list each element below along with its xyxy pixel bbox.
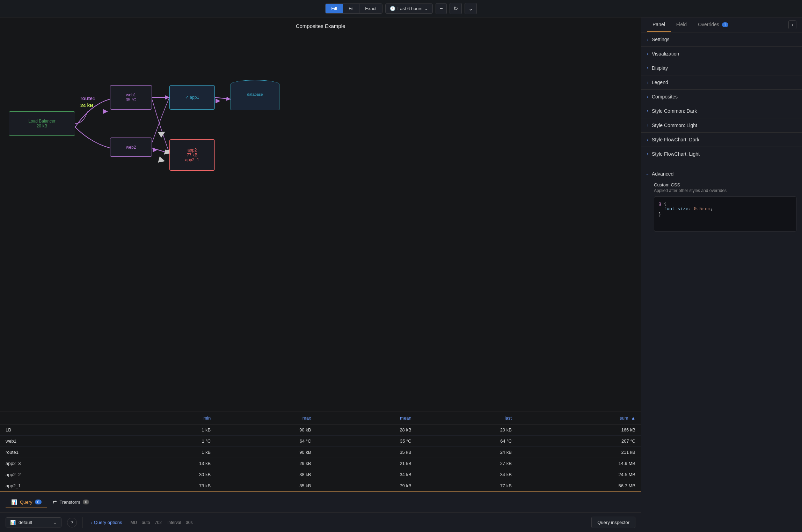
section-label: Style Common: Dark [652, 108, 697, 114]
chevron-icon: › [647, 123, 648, 128]
cell-sum: 14.9 MB [517, 458, 641, 469]
cell-min: 73 kB [116, 480, 216, 492]
cell-last: 24 kB [417, 447, 517, 458]
settings-row-6[interactable]: › Style Common: Light [641, 118, 802, 132]
cell-mean: 35 kB [316, 447, 417, 458]
cell-last: 77 kB [417, 480, 517, 492]
cell-name: LB [0, 424, 116, 436]
settings-section: › Visualization [641, 47, 802, 61]
overrides-badge: 1 [722, 22, 728, 27]
settings-row-0[interactable]: › Settings [641, 32, 802, 46]
query-inspector-btn[interactable]: Query inspector [591, 517, 635, 528]
query-bar: 📊 Query 6 ⇄ Transform 0 [0, 492, 641, 512]
arrow-icon: › [91, 520, 93, 525]
data-table-container: min max mean last sum ▲ LB 1 kB 90 kB 28… [0, 412, 641, 492]
col-name[interactable] [0, 412, 116, 424]
css-editor[interactable]: g { font-size: 0.5rem; } [654, 197, 796, 231]
settings-row-4[interactable]: › Composites [641, 90, 802, 104]
settings-row-5[interactable]: › Style Common: Dark [641, 104, 802, 118]
tab-field[interactable]: Field [671, 17, 692, 32]
settings-row-2[interactable]: › Display [641, 61, 802, 75]
cell-max: 90 kB [216, 424, 316, 436]
cell-last: 27 kB [417, 458, 517, 469]
query-options-btn[interactable]: › Query options [88, 518, 125, 527]
node-app2: app2 77 kB app2_1 [169, 139, 215, 171]
interval-label: Interval = 30s [167, 520, 192, 525]
clock-icon: 🕐 [390, 6, 395, 11]
cell-max: 38 kB [216, 469, 316, 480]
query-count-badge: 6 [35, 500, 41, 504]
settings-row-3[interactable]: › Legend [641, 75, 802, 89]
settings-row-7[interactable]: › Style FlowChart: Dark [641, 133, 802, 147]
refresh-btn[interactable]: ↻ [450, 3, 462, 14]
tab-transform[interactable]: ⇄ Transform 0 [47, 496, 95, 508]
cell-sum: 207 °C [517, 436, 641, 447]
datasource-select[interactable]: 📊 default ⌄ [6, 517, 61, 527]
chevron-icon: › [647, 109, 648, 113]
section-label: Style FlowChart: Light [652, 151, 700, 157]
right-panel-tabs: Panel Field Overrides 1 › [641, 17, 802, 32]
custom-css-desc: Applied after other styles and overrides [654, 188, 796, 193]
cell-min: 1 °C [116, 436, 216, 447]
col-last[interactable]: last [417, 412, 517, 424]
transform-count-badge: 0 [83, 500, 89, 504]
table-row: app2_2 30 kB 38 kB 34 kB 34 kB 24.5 MB [0, 469, 641, 480]
settings-section: › Style FlowChart: Dark [641, 133, 802, 147]
exact-btn[interactable]: Exact [359, 4, 382, 13]
node-database: database [231, 80, 279, 111]
tab-overrides[interactable]: Overrides 1 [692, 17, 734, 32]
col-sum[interactable]: sum ▲ [517, 412, 641, 424]
chevron-icon: › [647, 152, 648, 156]
chevron-icon: › [647, 94, 648, 99]
expand-panel-btn[interactable]: › [788, 20, 796, 29]
zoom-out-btn[interactable]: − [436, 3, 446, 14]
fit-btn[interactable]: Fit [343, 4, 359, 13]
advanced-chevron: › [645, 174, 650, 175]
more-options-btn[interactable]: ⌄ [465, 3, 477, 14]
section-label: Style FlowChart: Dark [652, 137, 699, 142]
section-label: Legend [652, 80, 668, 85]
right-panel: Panel Field Overrides 1 › › Settings › V… [641, 17, 802, 532]
chevron-icon: › [647, 66, 648, 71]
cell-sum: 211 kB [517, 447, 641, 458]
fill-btn[interactable]: Fill [326, 4, 343, 13]
settings-section: › Composites [641, 90, 802, 104]
top-toolbar: Fill Fit Exact 🕐 Last 6 hours ⌄ − ↻ ⌄ [0, 0, 802, 17]
node-web1: web1 35 °C [110, 85, 152, 110]
settings-section: › Style Common: Light [641, 118, 802, 133]
cell-max: 90 kB [216, 447, 316, 458]
cell-sum: 24.5 MB [517, 469, 641, 480]
route-label: route1 [80, 96, 95, 101]
dropdown-icon: ⌄ [53, 520, 57, 525]
cell-max: 64 °C [216, 436, 316, 447]
section-label: Display [652, 65, 668, 71]
cell-mean: 21 kB [316, 458, 417, 469]
cell-min: 1 kB [116, 424, 216, 436]
connections-svg [0, 35, 641, 199]
tab-panel[interactable]: Panel [647, 17, 671, 32]
chevron-icon: › [647, 80, 648, 85]
col-max[interactable]: max [216, 412, 316, 424]
data-table: min max mean last sum ▲ LB 1 kB 90 kB 28… [0, 412, 641, 492]
cell-mean: 28 kB [316, 424, 417, 436]
time-picker[interactable]: 🕐 Last 6 hours ⌄ [385, 3, 433, 14]
section-label: Style Common: Light [652, 123, 697, 128]
advanced-label: Advanced [652, 171, 673, 177]
col-mean[interactable]: mean [316, 412, 417, 424]
table-row: web1 1 °C 64 °C 35 °C 64 °C 207 °C [0, 436, 641, 447]
cell-name: app2_2 [0, 469, 116, 480]
section-label: Visualization [652, 51, 679, 57]
settings-section: › Style Common: Dark [641, 104, 802, 118]
advanced-header-row[interactable]: › Advanced [647, 167, 796, 182]
table-row: app2_1 73 kB 85 kB 79 kB 77 kB 56.7 MB [0, 480, 641, 492]
help-btn[interactable]: ? [67, 518, 77, 527]
cell-name: app2_3 [0, 458, 116, 469]
cell-mean: 34 kB [316, 469, 417, 480]
diagram-container: Load Balancer 20 kB route1 24 kB ▶ web1 … [0, 35, 641, 199]
cell-sum: 56.7 MB [517, 480, 641, 492]
settings-row-8[interactable]: › Style FlowChart: Light [641, 147, 802, 161]
cell-name: app2_1 [0, 480, 116, 492]
tab-query[interactable]: 📊 Query 6 [6, 496, 47, 508]
settings-row-1[interactable]: › Visualization [641, 47, 802, 61]
col-min[interactable]: min [116, 412, 216, 424]
